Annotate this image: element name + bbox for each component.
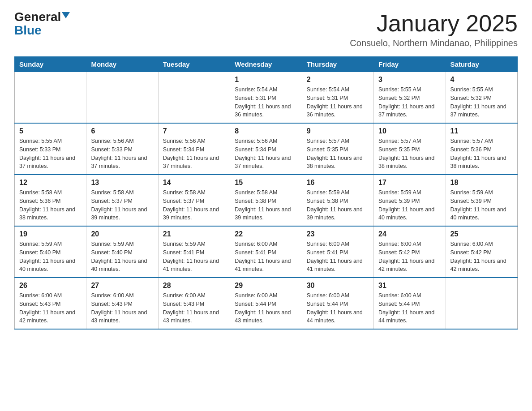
calendar-week-row: 19Sunrise: 5:59 AM Sunset: 5:40 PM Dayli… — [15, 226, 518, 278]
calendar-cell: 17Sunrise: 5:59 AM Sunset: 5:39 PM Dayli… — [374, 175, 446, 226]
day-info: Sunrise: 5:59 AM Sunset: 5:41 PM Dayligh… — [163, 240, 225, 274]
title-block: January 2025 Consuelo, Northern Mindanao… — [350, 11, 518, 48]
logo-text-blue: Blue — [14, 24, 42, 37]
calendar-week-row: 5Sunrise: 5:55 AM Sunset: 5:33 PM Daylig… — [15, 123, 518, 175]
day-info: Sunrise: 5:55 AM Sunset: 5:32 PM Dayligh… — [450, 86, 513, 119]
calendar-cell: 25Sunrise: 6:00 AM Sunset: 5:42 PM Dayli… — [446, 226, 517, 278]
calendar-week-row: 12Sunrise: 5:58 AM Sunset: 5:36 PM Dayli… — [15, 175, 518, 226]
calendar-cell: 6Sunrise: 5:56 AM Sunset: 5:33 PM Daylig… — [86, 123, 158, 175]
day-number: 1 — [235, 76, 297, 84]
day-number: 22 — [235, 230, 297, 238]
calendar-cell — [86, 72, 158, 124]
day-info: Sunrise: 5:55 AM Sunset: 5:33 PM Dayligh… — [19, 137, 82, 171]
calendar-cell: 19Sunrise: 5:59 AM Sunset: 5:40 PM Dayli… — [15, 226, 86, 278]
col-header-sunday: Sunday — [15, 57, 86, 72]
day-number: 30 — [307, 282, 369, 290]
calendar-cell: 13Sunrise: 5:58 AM Sunset: 5:37 PM Dayli… — [86, 175, 158, 226]
day-number: 26 — [19, 282, 82, 290]
day-info: Sunrise: 5:56 AM Sunset: 5:34 PM Dayligh… — [235, 137, 297, 171]
day-number: 5 — [19, 127, 82, 135]
day-number: 28 — [163, 282, 225, 290]
day-info: Sunrise: 5:58 AM Sunset: 5:38 PM Dayligh… — [235, 188, 297, 222]
day-number: 27 — [91, 282, 153, 290]
logo-triangle-icon — [62, 12, 70, 18]
calendar-cell: 26Sunrise: 6:00 AM Sunset: 5:43 PM Dayli… — [15, 278, 86, 329]
day-number: 3 — [378, 76, 441, 84]
day-info: Sunrise: 5:59 AM Sunset: 5:40 PM Dayligh… — [19, 240, 82, 274]
day-info: Sunrise: 5:57 AM Sunset: 5:36 PM Dayligh… — [450, 137, 513, 171]
day-info: Sunrise: 5:54 AM Sunset: 5:31 PM Dayligh… — [307, 86, 369, 119]
calendar-cell: 31Sunrise: 6:00 AM Sunset: 5:44 PM Dayli… — [374, 278, 446, 329]
col-header-friday: Friday — [374, 57, 446, 72]
day-info: Sunrise: 5:58 AM Sunset: 5:37 PM Dayligh… — [91, 188, 153, 222]
day-number: 20 — [91, 230, 153, 238]
day-number: 6 — [91, 127, 153, 135]
calendar-week-row: 1Sunrise: 5:54 AM Sunset: 5:31 PM Daylig… — [15, 72, 518, 124]
calendar-cell: 23Sunrise: 6:00 AM Sunset: 5:41 PM Dayli… — [302, 226, 373, 278]
calendar-cell: 11Sunrise: 5:57 AM Sunset: 5:36 PM Dayli… — [446, 123, 517, 175]
day-number: 8 — [235, 127, 297, 135]
day-info: Sunrise: 5:58 AM Sunset: 5:36 PM Dayligh… — [19, 188, 82, 222]
page-header: General Blue January 2025 Consuelo, Nort… — [14, 11, 518, 48]
calendar-cell: 8Sunrise: 5:56 AM Sunset: 5:34 PM Daylig… — [230, 123, 302, 175]
calendar-cell: 29Sunrise: 6:00 AM Sunset: 5:44 PM Dayli… — [230, 278, 302, 329]
col-header-monday: Monday — [86, 57, 158, 72]
calendar-cell: 5Sunrise: 5:55 AM Sunset: 5:33 PM Daylig… — [15, 123, 86, 175]
calendar-cell: 3Sunrise: 5:55 AM Sunset: 5:32 PM Daylig… — [374, 72, 446, 124]
day-info: Sunrise: 5:59 AM Sunset: 5:40 PM Dayligh… — [91, 240, 153, 274]
day-number: 17 — [378, 179, 441, 187]
calendar-cell: 21Sunrise: 5:59 AM Sunset: 5:41 PM Dayli… — [158, 226, 230, 278]
calendar-cell: 10Sunrise: 5:57 AM Sunset: 5:35 PM Dayli… — [374, 123, 446, 175]
col-header-saturday: Saturday — [446, 57, 517, 72]
day-info: Sunrise: 5:57 AM Sunset: 5:35 PM Dayligh… — [378, 137, 441, 171]
day-number: 16 — [307, 179, 369, 187]
day-number: 9 — [307, 127, 369, 135]
day-number: 7 — [163, 127, 225, 135]
calendar-week-row: 26Sunrise: 6:00 AM Sunset: 5:43 PM Dayli… — [15, 278, 518, 329]
day-number: 23 — [307, 230, 369, 238]
day-info: Sunrise: 6:00 AM Sunset: 5:44 PM Dayligh… — [378, 291, 441, 325]
calendar-cell: 9Sunrise: 5:57 AM Sunset: 5:35 PM Daylig… — [302, 123, 373, 175]
day-info: Sunrise: 5:59 AM Sunset: 5:39 PM Dayligh… — [378, 188, 441, 222]
day-info: Sunrise: 6:00 AM Sunset: 5:42 PM Dayligh… — [450, 240, 513, 274]
day-info: Sunrise: 6:00 AM Sunset: 5:42 PM Dayligh… — [378, 240, 441, 274]
calendar-cell: 27Sunrise: 6:00 AM Sunset: 5:43 PM Dayli… — [86, 278, 158, 329]
logo-text-general: General — [14, 11, 61, 23]
day-number: 29 — [235, 282, 297, 290]
day-number: 13 — [91, 179, 153, 187]
day-info: Sunrise: 6:00 AM Sunset: 5:41 PM Dayligh… — [307, 240, 369, 274]
calendar-cell: 4Sunrise: 5:55 AM Sunset: 5:32 PM Daylig… — [446, 72, 517, 124]
logo: General Blue — [14, 11, 70, 37]
day-info: Sunrise: 6:00 AM Sunset: 5:41 PM Dayligh… — [235, 240, 297, 274]
day-number: 25 — [450, 230, 513, 238]
day-number: 21 — [163, 230, 225, 238]
calendar-cell — [15, 72, 86, 124]
calendar-cell: 16Sunrise: 5:59 AM Sunset: 5:38 PM Dayli… — [302, 175, 373, 226]
day-number: 12 — [19, 179, 82, 187]
calendar-cell — [446, 278, 517, 329]
calendar-cell: 7Sunrise: 5:56 AM Sunset: 5:34 PM Daylig… — [158, 123, 230, 175]
calendar-cell: 28Sunrise: 6:00 AM Sunset: 5:43 PM Dayli… — [158, 278, 230, 329]
day-number: 4 — [450, 76, 513, 84]
calendar-cell: 22Sunrise: 6:00 AM Sunset: 5:41 PM Dayli… — [230, 226, 302, 278]
calendar-cell: 24Sunrise: 6:00 AM Sunset: 5:42 PM Dayli… — [374, 226, 446, 278]
day-info: Sunrise: 6:00 AM Sunset: 5:44 PM Dayligh… — [307, 291, 369, 325]
col-header-tuesday: Tuesday — [158, 57, 230, 72]
day-number: 2 — [307, 76, 369, 84]
day-number: 31 — [378, 282, 441, 290]
day-number: 11 — [450, 127, 513, 135]
month-title: January 2025 — [350, 11, 518, 36]
col-header-wednesday: Wednesday — [230, 57, 302, 72]
day-number: 24 — [378, 230, 441, 238]
day-number: 18 — [450, 179, 513, 187]
day-number: 15 — [235, 179, 297, 187]
day-number: 10 — [378, 127, 441, 135]
day-info: Sunrise: 5:58 AM Sunset: 5:37 PM Dayligh… — [163, 188, 225, 222]
day-info: Sunrise: 5:56 AM Sunset: 5:33 PM Dayligh… — [91, 137, 153, 171]
calendar-cell: 14Sunrise: 5:58 AM Sunset: 5:37 PM Dayli… — [158, 175, 230, 226]
calendar-cell: 20Sunrise: 5:59 AM Sunset: 5:40 PM Dayli… — [86, 226, 158, 278]
subtitle: Consuelo, Northern Mindanao, Philippines — [350, 38, 518, 48]
calendar-cell: 15Sunrise: 5:58 AM Sunset: 5:38 PM Dayli… — [230, 175, 302, 226]
calendar-cell: 12Sunrise: 5:58 AM Sunset: 5:36 PM Dayli… — [15, 175, 86, 226]
calendar-cell: 30Sunrise: 6:00 AM Sunset: 5:44 PM Dayli… — [302, 278, 373, 329]
